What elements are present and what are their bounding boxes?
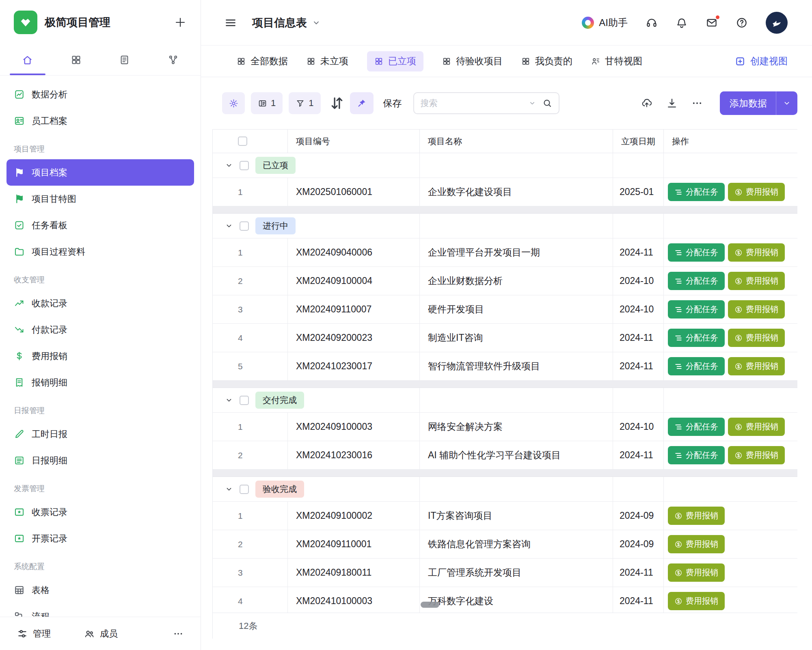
table-row[interactable]: 1XM202409100003网络安全解决方案2024-10分配任务费用报销 [213,413,797,441]
expense-report-button[interactable]: 费用报销 [728,183,785,201]
view-tab[interactable]: 创建视图 [735,51,788,72]
expense-report-button[interactable]: 费用报销 [668,507,725,525]
table-row[interactable]: 2XM202409100004企业业财数据分析2024-10分配任务费用报销 [213,267,797,295]
assign-task-button[interactable]: 分配任务 [668,243,725,262]
assign-task-button[interactable]: 分配任务 [668,357,725,375]
expense-report-button[interactable]: 费用报销 [728,329,785,347]
horizontal-scrollbar[interactable] [421,602,439,608]
collapse-group-icon[interactable] [225,161,233,169]
add-data-button[interactable]: 添加数据 [720,91,797,115]
table-row[interactable]: 5XM202410230017智行物流管理软件升级项目2024-11分配任务费用… [213,352,797,381]
table-row[interactable]: 1XM202409040006企业管理平台开发项目一期2024-11分配任务费用… [213,238,797,267]
view-tab[interactable]: 甘特视图 [591,51,642,72]
sidebar-item[interactable]: 费用报销 [6,343,194,369]
view-settings-button[interactable] [222,92,245,114]
export-icon[interactable] [666,98,678,109]
collapse-group-icon[interactable] [225,396,233,404]
filter-button[interactable]: 1 [289,92,320,114]
title-chevron-icon[interactable] [312,18,321,27]
search-input[interactable] [421,98,525,108]
expense-report-button[interactable]: 费用报销 [728,243,785,262]
support-icon[interactable] [646,17,658,29]
group-checkbox[interactable] [240,221,249,231]
sidebar-item[interactable]: 工时日报 [6,421,194,447]
sidebar-item[interactable]: 收票记录 [6,499,194,525]
table-row[interactable]: 1XM202501060001企业数字化建设项目2025-01分配任务费用报销 [213,178,797,206]
sidebar-tab-home[interactable] [3,45,52,75]
ai-assistant-button[interactable]: AI助手 [582,16,628,29]
sidebar-item[interactable]: 数据分析 [6,81,194,108]
view-tab[interactable]: 未立项 [307,51,348,72]
help-icon[interactable] [736,17,748,29]
search-icon[interactable] [542,98,552,108]
more-actions-icon[interactable] [691,98,703,109]
members-button[interactable]: 成员 [84,628,118,640]
sidebar-item[interactable]: 开票记录 [6,525,194,552]
sidebar-tab-tables[interactable] [52,45,101,75]
table-row[interactable]: 3XM202409110007硬件开发项目2024-10分配任务费用报销 [213,295,797,324]
collapse-group-icon[interactable] [225,485,233,493]
flag-icon [14,193,25,204]
import-icon[interactable] [641,98,652,109]
table-row[interactable]: 4XM202409200023制造业IT咨询2024-11分配任务费用报销 [213,324,797,352]
sort-icon[interactable] [329,95,345,111]
expense-report-button[interactable]: 费用报销 [728,300,785,318]
sidebar-item[interactable]: 收款记录 [6,290,194,316]
table-row[interactable]: 4XM202410100003万科数字化建设2024-11费用报销 [213,587,797,613]
group-checkbox[interactable] [240,161,249,170]
field-config-button[interactable]: 1 [251,92,283,114]
collapse-group-icon[interactable] [225,222,233,230]
sidebar-item[interactable]: 员工档案 [6,108,194,134]
assign-task-button[interactable]: 分配任务 [668,183,725,201]
view-tab[interactable]: 待验收项目 [442,51,503,72]
expense-report-button[interactable]: 费用报销 [728,357,785,375]
expense-report-button[interactable]: 费用报销 [668,535,725,553]
view-tab[interactable]: 我负责的 [521,51,572,72]
table-row[interactable]: 3XM202409180011工厂管理系统开发项目2024-11费用报销 [213,559,797,587]
sidebar-item[interactable]: 流程 [6,603,194,617]
expense-report-button[interactable]: 费用报销 [728,272,785,290]
group-checkbox[interactable] [240,485,249,494]
inbox-button[interactable] [706,17,718,29]
sidebar-tab-docs[interactable] [100,45,149,75]
table-row[interactable]: 2XM202409110001铁路信息化管理方案咨询2024-09费用报销 [213,530,797,559]
expense-report-button[interactable]: 费用报销 [728,446,785,464]
hamburger-icon[interactable] [225,17,237,29]
table-row[interactable]: 2XM202410230016AI 辅助个性化学习平台建设项目2024-11分配… [213,441,797,470]
expense-report-button[interactable]: 费用报销 [668,592,725,610]
user-avatar[interactable] [766,12,788,34]
sidebar-more-icon[interactable] [173,628,184,639]
notifications-icon[interactable] [676,17,688,29]
view-tab[interactable]: 全部数据 [237,51,288,72]
expense-report-button[interactable]: 费用报销 [668,563,725,582]
assign-task-button[interactable]: 分配任务 [668,272,725,290]
search-box[interactable] [413,92,559,114]
table-footer: 12条 [212,613,797,639]
trend-down-icon [14,324,25,335]
sidebar-item[interactable]: 付款记录 [6,316,194,343]
sidebar-item[interactable]: 报销明细 [6,369,194,396]
add-data-chevron-icon[interactable] [783,99,791,107]
add-workspace-icon[interactable] [174,16,187,29]
select-all-checkbox[interactable] [238,136,247,146]
sidebar-item[interactable]: 项目甘特图 [6,186,194,212]
sidebar-item[interactable]: 任务看板 [6,212,194,238]
save-button[interactable]: 保存 [383,97,402,110]
table-row[interactable]: 1XM202409100002IT方案咨询项目2024-09费用报销 [213,502,797,530]
sidebar-item[interactable]: 项目档案 [6,159,194,186]
assign-task-button[interactable]: 分配任务 [668,446,725,464]
view-tab[interactable]: 已立项 [367,51,423,72]
assign-task-button[interactable]: 分配任务 [668,418,725,436]
group-checkbox[interactable] [240,396,249,405]
manage-button[interactable]: 管理 [17,628,51,640]
assign-task-button[interactable]: 分配任务 [668,329,725,347]
expense-report-button[interactable]: 费用报销 [728,418,785,436]
pin-button[interactable] [350,92,374,114]
sidebar-item[interactable]: 项目过程资料 [6,238,194,265]
sidebar-item-label: 数据分析 [32,89,67,101]
sidebar-item[interactable]: 日报明细 [6,447,194,474]
assign-task-button[interactable]: 分配任务 [668,300,725,318]
search-scope-chevron-icon[interactable] [529,100,536,107]
sidebar-item[interactable]: 表格 [6,577,194,603]
sidebar-tab-flows[interactable] [149,45,198,75]
